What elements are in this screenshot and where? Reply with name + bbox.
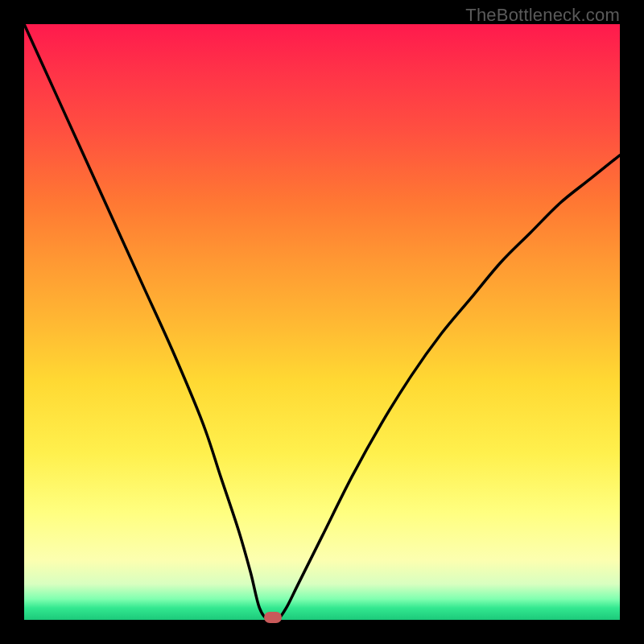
chart-frame: TheBottleneck.com [0,0,644,644]
bottleneck-curve [24,24,620,620]
watermark-text: TheBottleneck.com [465,5,620,26]
plot-area [24,24,620,620]
optimal-point-marker [264,612,282,623]
